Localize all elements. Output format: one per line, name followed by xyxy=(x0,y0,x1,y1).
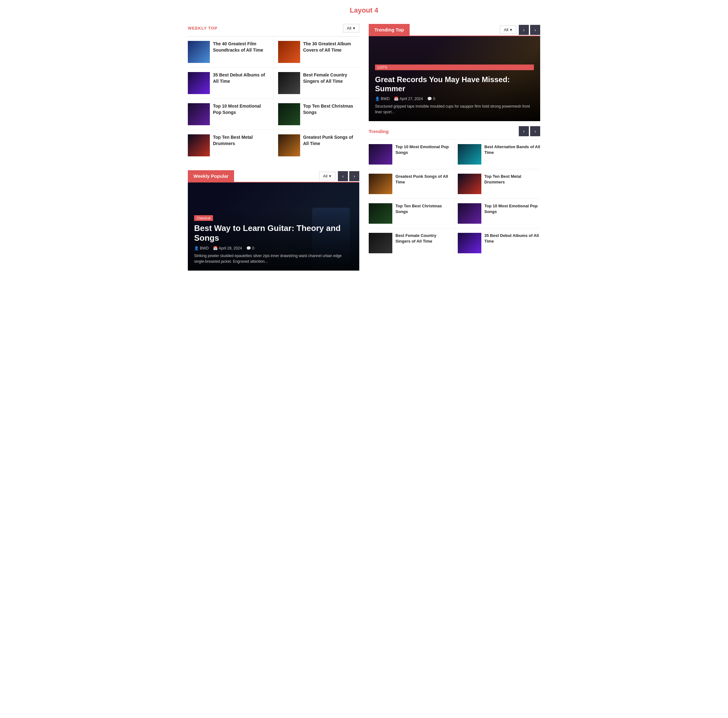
article-title[interactable]: Top 10 Most Emotional Pop Songs xyxy=(485,203,540,214)
featured-title[interactable]: Best Way to Learn Guitar: Theory and Son… xyxy=(194,224,353,243)
article-title[interactable]: 35 Best Debut Albums of All Time xyxy=(485,233,540,244)
weekly-top-header: WEEKLY TOP All ▾ xyxy=(188,24,359,32)
article-thumbnail xyxy=(369,233,392,253)
trending-top-featured[interactable]: LISTS Great Records You May Have Missed:… xyxy=(369,36,540,121)
article-thumbnail xyxy=(369,174,392,194)
trending-top-meta: 👤 BWD 📅 April 27, 2024 💬 0 xyxy=(375,96,534,101)
date-meta: 📅 April 27, 2024 xyxy=(394,96,423,101)
trending-top-nav: ‹ › xyxy=(519,25,540,35)
left-column: WEEKLY TOP All ▾ The 40 Greatest Film So… xyxy=(188,24,359,276)
list-item: Top Ten Best Christmas Songs xyxy=(274,99,359,130)
list-item: Best Female Country Singers of All Time xyxy=(369,228,454,258)
trending-top-prev-button[interactable]: ‹ xyxy=(519,25,529,35)
article-title[interactable]: 35 Best Debut Albums of All Time xyxy=(213,72,269,84)
list-item: Top Ten Best Christmas Songs xyxy=(369,199,454,228)
comments-meta: 💬 0 xyxy=(246,246,254,250)
featured-badge: Classical xyxy=(194,215,213,221)
trending-top-description: Structured gripped tape invisible moulde… xyxy=(375,104,534,115)
article-thumbnail xyxy=(369,203,392,224)
weekly-popular-section: Weekly Popular All ▾ ‹ › xyxy=(188,170,359,271)
article-thumbnail xyxy=(278,41,300,63)
weekly-popular-header: Weekly Popular All ▾ ‹ › xyxy=(188,170,359,182)
article-thumbnail xyxy=(278,134,300,156)
featured-meta: 👤 BWD 📅 April 28, 2024 💬 0 xyxy=(194,246,353,250)
trending-top-title: Trending Top xyxy=(369,24,410,35)
article-title[interactable]: Best Alternative Bands of All Time xyxy=(485,144,540,155)
trending-top-controls: All ▾ ‹ › xyxy=(500,25,540,35)
trending-header: Trending ‹ › xyxy=(369,126,540,140)
article-title[interactable]: Top 10 Most Emotional Pop Songs xyxy=(213,103,269,115)
list-item: Greatest Punk Songs of All Time xyxy=(369,169,454,199)
trending-top-section: Trending Top All ▾ ‹ › xyxy=(369,24,540,121)
trending-list: Top 10 Most Emotional Pop Songs Best Alt… xyxy=(369,140,540,258)
featured-description: Striking pewter studded epaulettes silve… xyxy=(194,253,353,264)
article-thumbnail xyxy=(278,72,300,94)
weekly-popular-nav: ‹ › xyxy=(338,171,359,181)
article-title[interactable]: Top Ten Best Metal Drummers xyxy=(485,174,540,185)
article-thumbnail xyxy=(458,203,481,224)
list-item: Top Ten Best Metal Drummers xyxy=(188,130,274,161)
trending-next-button[interactable]: › xyxy=(530,126,540,136)
trending-section: Trending ‹ › Top 10 Most Emotional Pop S… xyxy=(369,126,540,258)
article-thumbnail xyxy=(188,134,210,156)
article-title[interactable]: Top Ten Best Christmas Songs xyxy=(303,103,359,115)
list-item: The 40 Greatest Film Soundtracks of All … xyxy=(188,37,274,67)
list-item: 35 Best Debut Albums of All Time xyxy=(188,67,274,99)
article-title[interactable]: Best Female Country Singers of All Time xyxy=(303,72,359,84)
chevron-down-icon: ▾ xyxy=(510,28,512,32)
list-item: Top 10 Most Emotional Pop Songs xyxy=(369,140,454,169)
weekly-popular-filter[interactable]: All ▾ xyxy=(319,172,335,180)
weekly-top-filter[interactable]: All ▾ xyxy=(343,24,359,32)
weekly-top-title: WEEKLY TOP xyxy=(188,26,217,31)
trending-top-filter[interactable]: All ▾ xyxy=(500,26,516,34)
trending-row: Best Female Country Singers of All Time … xyxy=(369,228,540,258)
article-thumbnail xyxy=(458,233,481,253)
trending-prev-button[interactable]: ‹ xyxy=(519,126,529,136)
weekly-popular-controls: All ▾ ‹ › xyxy=(319,171,359,181)
weekly-top-section: WEEKLY TOP All ▾ The 40 Greatest Film So… xyxy=(188,24,359,161)
list-item: 35 Best Debut Albums of All Time xyxy=(454,228,540,258)
trending-top-next-button[interactable]: › xyxy=(530,25,540,35)
article-thumbnail xyxy=(188,72,210,94)
author-meta: 👤 BWD xyxy=(194,246,209,250)
trending-title: Trending xyxy=(369,129,388,134)
article-thumbnail xyxy=(188,41,210,63)
weekly-popular-title: Weekly Popular xyxy=(188,170,234,182)
trending-row: Top 10 Most Emotional Pop Songs Best Alt… xyxy=(369,140,540,169)
article-title[interactable]: The 30 Greatest Album Covers of All Time xyxy=(303,41,359,53)
weekly-popular-featured[interactable]: Classical Best Way to Learn Guitar: Theo… xyxy=(188,182,359,271)
article-title[interactable]: The 40 Greatest Film Soundtracks of All … xyxy=(213,41,269,53)
list-item: Top 10 Most Emotional Pop Songs xyxy=(188,99,274,130)
article-title[interactable]: Greatest Punk Songs of All Time xyxy=(395,174,451,185)
date-meta: 📅 April 28, 2024 xyxy=(213,246,242,250)
comments-meta: 💬 0 xyxy=(427,96,435,101)
trending-nav: ‹ › xyxy=(519,126,540,136)
chevron-down-icon: ▾ xyxy=(353,26,355,31)
trending-top-featured-title[interactable]: Great Records You May Have Missed: Summe… xyxy=(375,75,534,93)
article-title[interactable]: Top Ten Best Metal Drummers xyxy=(213,134,269,147)
article-thumbnail xyxy=(458,144,481,165)
article-thumbnail xyxy=(278,103,300,125)
trending-top-badge: LISTS xyxy=(375,64,534,70)
page-title: Layout 4 xyxy=(0,0,728,24)
article-title[interactable]: Best Female Country Singers of All Time xyxy=(395,233,451,244)
weekly-popular-prev-button[interactable]: ‹ xyxy=(338,171,348,181)
list-item: The 30 Greatest Album Covers of All Time xyxy=(274,37,359,67)
featured-large-overlay: LISTS Great Records You May Have Missed:… xyxy=(369,36,540,121)
list-item: Best Alternative Bands of All Time xyxy=(454,140,540,169)
right-column: Trending Top All ▾ ‹ › xyxy=(369,24,540,276)
trending-row: Top Ten Best Christmas Songs Top 10 Most… xyxy=(369,199,540,228)
article-title[interactable]: Greatest Punk Songs of All Time xyxy=(303,134,359,147)
chevron-down-icon: ▾ xyxy=(329,174,331,178)
article-title[interactable]: Top Ten Best Christmas Songs xyxy=(395,203,451,214)
featured-card-overlay: Classical Best Way to Learn Guitar: Theo… xyxy=(188,208,359,271)
author-meta: 👤 BWD xyxy=(375,96,390,101)
article-thumbnail xyxy=(188,103,210,125)
trending-row: Greatest Punk Songs of All Time Top Ten … xyxy=(369,169,540,199)
weekly-top-list: The 40 Greatest Film Soundtracks of All … xyxy=(188,37,359,161)
list-item: Top Ten Best Metal Drummers xyxy=(454,169,540,199)
article-title[interactable]: Top 10 Most Emotional Pop Songs xyxy=(395,144,451,155)
article-thumbnail xyxy=(369,144,392,165)
list-item: Greatest Punk Songs of All Time xyxy=(274,130,359,161)
weekly-popular-next-button[interactable]: › xyxy=(349,171,359,181)
